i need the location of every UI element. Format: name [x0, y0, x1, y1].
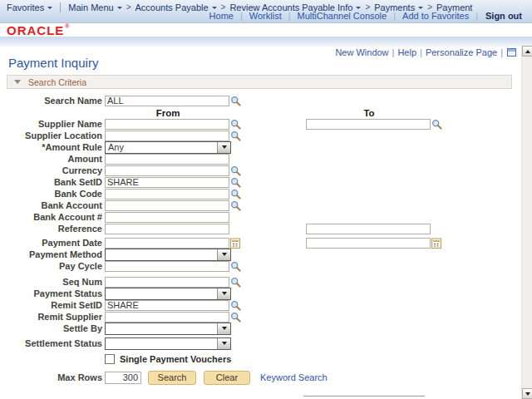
- bank-setid-input[interactable]: [105, 177, 229, 188]
- favorites-menu-label: Favorites: [7, 2, 44, 12]
- amount-rule-from-cell: Any: [105, 141, 306, 154]
- supplier-location-lookup-icon[interactable]: [230, 131, 241, 141]
- search-criteria-form: Search Name From To Supplier NameSupplie…: [0, 95, 513, 385]
- bank-setid-row: Bank SetID: [0, 176, 513, 188]
- supplier-name-input[interactable]: [105, 119, 229, 130]
- sign-out-link[interactable]: Sign out: [485, 11, 522, 21]
- amount-row: Amount: [0, 153, 513, 165]
- payment-method-row: Payment Method: [0, 249, 513, 260]
- page-action-separator: |: [500, 47, 503, 57]
- vertical-scrollbar[interactable]: [521, 46, 532, 399]
- to-payment-date-input[interactable]: [306, 238, 431, 249]
- amount-rule-select[interactable]: Any: [105, 141, 231, 154]
- remit-setid-row: Remit SetID: [0, 299, 513, 311]
- remit-setid-from-cell: [105, 300, 306, 311]
- settlement-status-dropdown-button[interactable]: [217, 338, 230, 349]
- search-criteria-section-header[interactable]: Search Criteria: [7, 75, 512, 89]
- chevron-down-icon: [356, 7, 361, 9]
- settlement-status-label: Settlement Status: [0, 338, 105, 348]
- search-name-lookup-icon[interactable]: [230, 96, 241, 106]
- clear-button[interactable]: Clear: [204, 371, 250, 385]
- remit-setid-input[interactable]: [105, 300, 229, 311]
- remit-supplier-label: Remit Supplier: [0, 312, 105, 322]
- payment-method-select[interactable]: [105, 249, 231, 261]
- max-rows-label: Max Rows: [0, 372, 105, 382]
- page-action-personalize-page[interactable]: Personalize Page: [426, 47, 497, 57]
- breadcrumb-item-main-menu-label: Main Menu: [68, 2, 113, 12]
- payment-status-select[interactable]: [105, 288, 231, 300]
- amount-label: Amount: [0, 154, 105, 164]
- keyword-search-link[interactable]: Keyword Search: [260, 372, 328, 382]
- header-link-separator: |: [240, 11, 243, 21]
- max-rows-input[interactable]: [105, 372, 141, 384]
- currency-lookup-icon[interactable]: [230, 165, 241, 176]
- page-action-help[interactable]: Help: [397, 47, 416, 57]
- payment-method-dropdown-button[interactable]: [217, 249, 230, 260]
- to-reference-input[interactable]: [306, 224, 431, 234]
- payment-date-calendar-icon[interactable]: [230, 238, 240, 249]
- header-link-worklist[interactable]: Worklist: [249, 11, 282, 21]
- pay-cycle-row: Pay Cycle: [0, 260, 513, 272]
- settle-by-dropdown-button[interactable]: [217, 323, 230, 334]
- breadcrumb-separator: >: [126, 2, 131, 12]
- supplier-name-lookup-icon[interactable]: [230, 119, 241, 130]
- amount-rule-dropdown-button[interactable]: [217, 142, 230, 153]
- supplier-name-label: Supplier Name: [0, 119, 105, 129]
- supplier-name-to-cell: [306, 119, 442, 130]
- header-link-multichannel-console[interactable]: MultiChannel Console: [298, 11, 387, 21]
- chevron-down-icon: [47, 7, 52, 9]
- settlement-status-from-cell: [105, 337, 306, 350]
- payment-date-from-cell: [105, 238, 306, 249]
- bank-code-lookup-icon[interactable]: [230, 189, 241, 200]
- currency-input[interactable]: [105, 165, 229, 176]
- supplier-location-input[interactable]: [105, 131, 229, 141]
- seq-num-input[interactable]: [105, 277, 229, 288]
- page-title: Payment Inquiry: [8, 56, 98, 70]
- remit-supplier-lookup-icon[interactable]: [230, 312, 241, 323]
- to-supplier-name-lookup-icon[interactable]: [431, 119, 442, 130]
- scroll-down-button[interactable]: [522, 388, 532, 399]
- oracle-logo: ORACLE®: [7, 23, 71, 37]
- search-name-input[interactable]: [105, 96, 229, 106]
- payment-date-input[interactable]: [105, 238, 229, 249]
- search-name-row: Search Name: [0, 95, 513, 106]
- settle-by-select[interactable]: [105, 323, 231, 335]
- page-action-bar: New Window|Help|Personalize Page|: [335, 47, 516, 57]
- header-link-separator: |: [475, 11, 478, 21]
- header-links: Home|Worklist|MultiChannel Console|Add t…: [203, 11, 522, 21]
- chevron-down-icon: [418, 7, 423, 9]
- bank-account-lookup-icon[interactable]: [230, 200, 241, 211]
- to-supplier-name-input[interactable]: [306, 119, 431, 130]
- page-action-new-window[interactable]: New Window: [335, 47, 388, 57]
- seq-num-lookup-icon[interactable]: [230, 277, 241, 288]
- header-link-home[interactable]: Home: [209, 11, 234, 21]
- reference-input[interactable]: [105, 224, 229, 234]
- payment-status-dropdown-button[interactable]: [217, 288, 230, 299]
- remit-supplier-row: Remit Supplier: [0, 311, 513, 323]
- single-payment-vouchers-checkbox[interactable]: [105, 354, 115, 364]
- bank-account-input[interactable]: [105, 212, 229, 223]
- amount-rule-row: *Amount RuleAny: [0, 141, 513, 153]
- personalize-layout-icon[interactable]: [507, 48, 516, 57]
- settle-by-label: Settle By: [0, 323, 105, 333]
- breadcrumb-item-main-menu[interactable]: Main Menu: [68, 2, 121, 12]
- remit-setid-lookup-icon[interactable]: [230, 300, 241, 311]
- amount-input[interactable]: [105, 154, 229, 165]
- search-button[interactable]: Search: [148, 371, 196, 385]
- remit-supplier-input[interactable]: [105, 312, 229, 323]
- scroll-up-button[interactable]: [522, 46, 532, 57]
- settle-by-from-cell: [105, 323, 306, 335]
- chevron-down-icon: [117, 7, 122, 9]
- favorites-menu[interactable]: Favorites: [7, 2, 52, 12]
- pay-cycle-lookup-icon[interactable]: [230, 261, 241, 272]
- to-payment-date-calendar-icon[interactable]: [431, 238, 441, 249]
- bank-setid-lookup-icon[interactable]: [230, 177, 241, 188]
- bank-account-from-cell: [105, 212, 306, 223]
- bank-account-input[interactable]: [105, 200, 229, 211]
- pay-cycle-input[interactable]: [105, 261, 229, 272]
- header-link-add-to-favorites[interactable]: Add to Favorites: [402, 11, 469, 21]
- bank-account-label: Bank Account #: [0, 212, 105, 222]
- supplier-location-label: Supplier Location: [0, 131, 105, 140]
- bank-code-input[interactable]: [105, 189, 229, 200]
- settlement-status-select[interactable]: [105, 337, 231, 350]
